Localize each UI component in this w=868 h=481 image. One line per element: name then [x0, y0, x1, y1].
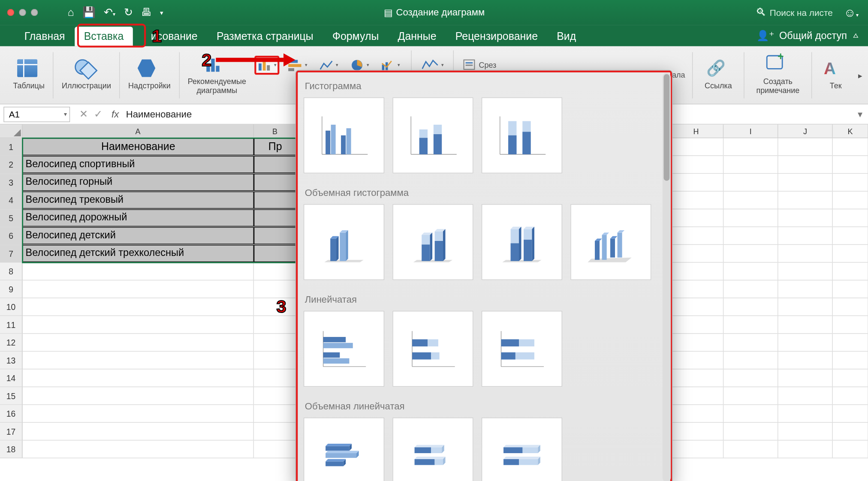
chart-option-stacked-column[interactable] — [393, 97, 473, 173]
cell[interactable] — [723, 280, 778, 298]
row-header[interactable]: 12 — [0, 334, 23, 352]
tab-home[interactable]: Главная — [15, 27, 75, 46]
popup-scrollbar[interactable] — [663, 73, 671, 481]
cell[interactable] — [833, 263, 868, 280]
feedback-smile-icon[interactable]: ☺▾ — [844, 6, 859, 19]
ribbon-overflow-icon[interactable]: ▸ — [858, 70, 862, 80]
row-header[interactable]: 16 — [0, 405, 23, 423]
row-header[interactable]: 14 — [0, 370, 23, 387]
ribbon-illustrations[interactable]: Иллюстрации — [56, 49, 117, 101]
chart-option-3d-100-stacked-column[interactable] — [482, 204, 562, 280]
cell[interactable] — [23, 298, 254, 316]
cell[interactable] — [778, 263, 832, 280]
cell[interactable]: Велосипед спортивный — [23, 156, 254, 173]
row-header[interactable]: 8 — [0, 263, 23, 280]
cell[interactable] — [254, 405, 297, 422]
cell[interactable] — [669, 174, 723, 191]
cell[interactable] — [833, 245, 868, 262]
cell[interactable] — [254, 192, 297, 209]
cell[interactable] — [778, 209, 832, 226]
tab-view[interactable]: Вид — [547, 27, 585, 46]
undo-icon[interactable]: ↶▾ — [104, 6, 116, 19]
cell[interactable] — [723, 405, 778, 422]
chart-option-100-stacked-column[interactable] — [482, 97, 562, 173]
cell[interactable] — [723, 370, 778, 387]
cell[interactable] — [833, 352, 868, 369]
cell[interactable]: Пр — [254, 138, 297, 155]
name-box[interactable]: A1▾ — [3, 106, 70, 122]
row-header[interactable]: 15 — [0, 387, 23, 405]
cell[interactable] — [254, 263, 297, 280]
row-header[interactable]: 5 — [0, 209, 23, 227]
cell[interactable] — [23, 280, 254, 298]
cell[interactable]: Наименование — [23, 138, 254, 155]
cell[interactable] — [669, 227, 723, 244]
cell[interactable] — [778, 334, 832, 351]
row-header[interactable]: 17 — [0, 423, 23, 440]
cell[interactable] — [669, 334, 723, 351]
cell[interactable] — [833, 334, 868, 351]
cell[interactable] — [23, 405, 254, 422]
cell[interactable] — [778, 441, 832, 458]
formula-expand-icon[interactable]: ▾ — [852, 108, 868, 120]
cell[interactable] — [669, 192, 723, 209]
cell[interactable] — [723, 298, 778, 316]
cell[interactable] — [669, 298, 723, 316]
row-header[interactable]: 18 — [0, 441, 23, 458]
cell[interactable] — [833, 370, 868, 387]
col-header-k[interactable]: K — [833, 124, 868, 137]
cell[interactable] — [669, 405, 723, 422]
cell[interactable] — [669, 263, 723, 280]
ribbon-link[interactable]: 🔗 Ссылка — [696, 49, 740, 101]
cell[interactable] — [833, 387, 868, 404]
tab-page-layout[interactable]: Разметка страницы — [207, 27, 323, 46]
cell[interactable] — [669, 441, 723, 458]
sheet-search[interactable]: 🔍︎ Поиск на листе — [756, 6, 833, 19]
row-header[interactable]: 10 — [0, 298, 23, 316]
cell[interactable] — [833, 209, 868, 226]
row-header[interactable]: 4 — [0, 192, 23, 209]
cell[interactable] — [254, 227, 297, 244]
cell[interactable] — [669, 423, 723, 440]
cell[interactable] — [833, 298, 868, 316]
cancel-edit-icon[interactable]: ✕ — [79, 108, 87, 120]
home-icon[interactable]: ⌂ — [68, 6, 74, 19]
ribbon-addins[interactable]: Надстройки — [122, 49, 176, 101]
cell[interactable] — [833, 138, 868, 155]
cell[interactable] — [669, 370, 723, 387]
cell[interactable] — [254, 370, 297, 387]
cell[interactable] — [778, 280, 832, 298]
cell[interactable] — [669, 138, 723, 155]
cell[interactable] — [23, 423, 254, 440]
chart-option-clustered-column[interactable] — [304, 97, 384, 173]
cell[interactable] — [833, 441, 868, 458]
cell[interactable] — [254, 441, 297, 458]
cell[interactable] — [778, 174, 832, 191]
cell[interactable] — [778, 405, 832, 422]
select-all-corner[interactable] — [0, 124, 23, 137]
cell[interactable] — [778, 298, 832, 316]
row-header[interactable]: 1 — [0, 138, 23, 156]
chart-option-3d-column[interactable] — [570, 204, 651, 280]
tab-formulas[interactable]: Формулы — [323, 27, 389, 46]
minimize-window-dot[interactable] — [19, 9, 26, 16]
cell[interactable] — [778, 245, 832, 262]
cell[interactable] — [669, 316, 723, 333]
cell[interactable]: Велосипед дорожный — [23, 209, 254, 226]
cell[interactable] — [23, 370, 254, 387]
cell[interactable] — [723, 245, 778, 262]
namebox-dropdown-icon[interactable]: ▾ — [64, 111, 67, 117]
cell[interactable] — [254, 209, 297, 226]
cell[interactable] — [723, 138, 778, 155]
cell[interactable] — [254, 156, 297, 173]
cell[interactable] — [254, 387, 297, 404]
qat-more-icon[interactable]: ▾ — [160, 9, 163, 16]
col-header-b[interactable]: B — [254, 124, 297, 137]
cell[interactable] — [254, 245, 297, 262]
cell[interactable] — [723, 192, 778, 209]
chart-option-stacked-bar[interactable] — [393, 311, 473, 387]
cell[interactable]: Велосипед детский трехколесный — [23, 245, 254, 262]
cell[interactable] — [833, 405, 868, 422]
cell[interactable] — [23, 352, 254, 369]
cell[interactable] — [23, 441, 254, 458]
